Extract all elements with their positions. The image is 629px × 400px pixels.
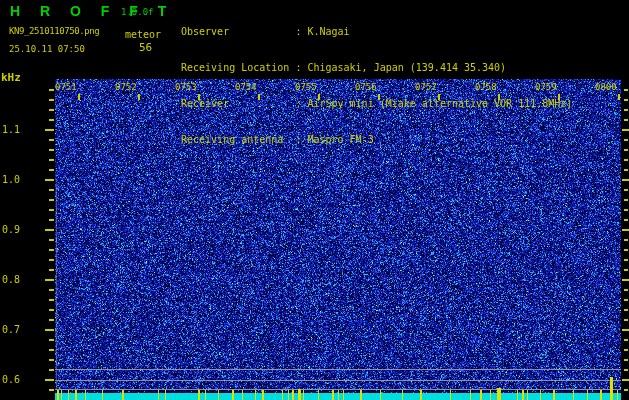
app-version: 1.0.0f <box>121 7 154 17</box>
x-axis-label: 0757 <box>415 82 437 92</box>
meteor-count-label: meteor <box>125 29 161 40</box>
output-filename: KN9_2510110750.png <box>9 26 99 36</box>
y-axis-label: 1.0 <box>2 174 20 185</box>
x-axis-label: 0754 <box>235 82 257 92</box>
y-axis-label: 0.7 <box>2 324 20 335</box>
info-line-location: Receiving Location : Chigasaki, Japan (1… <box>181 62 572 74</box>
y-axis-unit-label: kHz <box>1 71 21 84</box>
session-datetime: 25.10.11 07:50 <box>9 44 85 54</box>
x-axis-label: 0755 <box>295 82 317 92</box>
info-line-antenna: Receiving antenna : Maspro FM-3 <box>181 134 572 146</box>
hrofft-window: H R O F F T 1.0.0f KN9_2510110750.png me… <box>0 0 629 400</box>
y-axis-label: 0.8 <box>2 274 20 285</box>
x-axis-label: 0759 <box>535 82 557 92</box>
x-axis-label: 0753 <box>175 82 197 92</box>
x-axis-label: 0751 <box>55 82 77 92</box>
info-line-observer: Observer : K.Nagai <box>181 26 572 38</box>
y-axis-label: 0.9 <box>2 224 20 235</box>
x-axis-label: 0756 <box>355 82 377 92</box>
y-axis-label: 1.1 <box>2 124 20 135</box>
info-line-receiver: Receiver : AirSpy mini (Miake alternativ… <box>181 98 572 110</box>
x-axis-label: 0800 <box>595 82 617 92</box>
y-axis-label: 0.6 <box>2 374 20 385</box>
x-axis-label: 0752 <box>115 82 137 92</box>
meteor-count-value: 56 <box>139 41 152 54</box>
x-axis-label: 0758 <box>475 82 497 92</box>
